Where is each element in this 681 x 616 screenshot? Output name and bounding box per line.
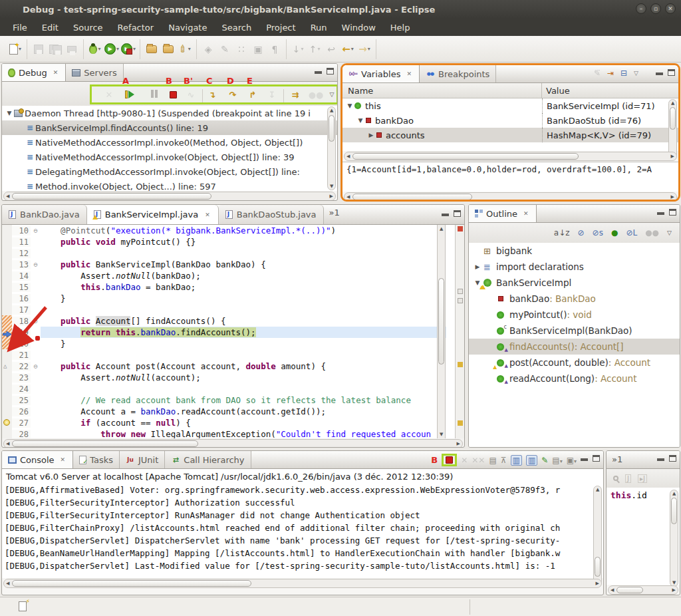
minimize-view-icon[interactable] [581, 458, 588, 461]
minimize-window-icon[interactable]: – [636, 3, 646, 14]
maximize-view-icon[interactable] [669, 455, 676, 462]
editor-tab-bankserviceimpl-java[interactable]: BankServiceImpl.java✕ [87, 205, 219, 224]
disconnect-icon[interactable]: ∿ [184, 88, 198, 100]
show-on-stderr-icon[interactable]: ▥ [526, 455, 537, 466]
use-step-filters-icon[interactable]: ⇉ [288, 88, 303, 100]
tab-servers[interactable]: Servers [66, 64, 123, 81]
execute-icon[interactable]: ▸J [638, 474, 647, 483]
tree-expand-icon[interactable]: ▼ [5, 110, 14, 116]
console-vertical-scrollbar[interactable]: ▲▼ [593, 486, 602, 585]
minimize-view-icon[interactable] [656, 73, 663, 75]
view-menu-chevron-icon[interactable]: ▽ [634, 70, 638, 77]
minimize-view-icon[interactable] [657, 212, 664, 215]
edit-annotation-icon[interactable]: ✎ [217, 41, 232, 57]
outline-extra-icon[interactable]: ●● [645, 228, 659, 237]
variable-row[interactable]: ▼bankDaoBankDaoStub (id=76) [342, 113, 678, 128]
collapse-all-icon[interactable]: ⊟ [620, 69, 627, 78]
show-whitespace-icon[interactable]: ¶ [267, 41, 282, 57]
menu-help[interactable]: Help [383, 19, 418, 36]
drop-to-frame-icon[interactable]: ↧ [265, 88, 279, 100]
scroll-lock-icon[interactable]: ⊼ [501, 456, 507, 465]
minimize-view-icon[interactable] [315, 71, 322, 74]
tab-variables[interactable]: Variables✕ [342, 65, 420, 82]
tab-debug[interactable]: Debug✕ [2, 64, 66, 81]
remove-all-terminated-icon[interactable]: ✕✕ [472, 456, 485, 465]
menu-window[interactable]: Window [335, 19, 383, 36]
back-button[interactable]: ←▾ [340, 41, 355, 57]
outline-item[interactable]: ▶import declarations [469, 259, 680, 275]
fold-collapse-icon[interactable]: ⊖ [31, 317, 41, 325]
inspect-icon[interactable] [613, 476, 618, 481]
close-tab-icon[interactable]: ✕ [204, 211, 211, 219]
maximize-window-icon[interactable]: ▫ [650, 3, 661, 14]
editor-tab-bankdao-java[interactable]: BankDao.java [2, 205, 87, 224]
external-tools-button[interactable]: ▶▾ [121, 41, 136, 57]
maximize-view-icon[interactable] [327, 68, 334, 75]
tab-tasks[interactable]: Tasks [73, 451, 120, 468]
view-menu-chevron-icon[interactable]: ▽ [325, 88, 338, 100]
forward-button[interactable]: →▾ [357, 41, 372, 57]
menu-source[interactable]: Source [66, 19, 110, 36]
remove-launch-icon[interactable]: ✕ [461, 456, 468, 465]
tab-outline[interactable]: Outline✕ [469, 205, 537, 222]
save-all-button[interactable] [48, 41, 63, 57]
variables-horizontal-scrollbar[interactable]: ◀▶ [344, 152, 677, 161]
editor-tab-bankdaostub-java[interactable]: BankDaoStub.java [219, 205, 324, 224]
debug-launch-button[interactable]: ▾ [88, 41, 102, 57]
tree-expand-icon[interactable]: ▶ [473, 263, 482, 270]
search-button[interactable]: ✐▾ [178, 41, 192, 57]
close-tab-icon[interactable]: ✕ [405, 70, 413, 78]
open-type-button[interactable] [144, 41, 159, 57]
open-resource-button[interactable] [161, 41, 176, 57]
close-window-icon[interactable]: ✕ [665, 3, 676, 14]
menu-navigate[interactable]: Navigate [161, 19, 214, 36]
code-editor-area[interactable]: 10⊖ @Pointcut("execution(* bigbank.BankS… [2, 225, 446, 438]
previous-annotation-button[interactable]: ↑▾ [307, 41, 322, 57]
hide-local-types-icon[interactable]: ⊘L [626, 228, 637, 237]
resume-icon[interactable] [122, 88, 137, 100]
tab-breakpoints[interactable]: Breakpoints [420, 65, 496, 82]
display-result-icon[interactable]: J [625, 474, 631, 483]
menu-refactor[interactable]: Refactor [110, 19, 162, 36]
tab-junit[interactable]: JUnit [120, 451, 165, 468]
debug-frame-row[interactable]: ≡Method.invoke(Object, Object...) line: … [2, 179, 337, 191]
debug-extra-icon[interactable]: ●● [309, 88, 323, 100]
outline-item[interactable]: ▲readAccount(Long) : Account [469, 371, 680, 386]
debug-vertical-scrollbar[interactable]: ▲▼ [327, 106, 336, 190]
editor-horizontal-scrollbar[interactable]: ◀▶ [3, 439, 463, 448]
debug-frame-row[interactable]: ≡DelegatingMethodAccessorImpl.invoke(Obj… [2, 164, 337, 179]
display-vertical-scrollbar[interactable]: ▲▼ [670, 490, 678, 587]
tab-console[interactable]: Console✕ [2, 451, 73, 468]
pause-icon[interactable] [147, 88, 162, 100]
outline-item[interactable]: bigbank [469, 243, 680, 259]
clear-console-icon[interactable]: ▤ [489, 456, 496, 465]
editor-overview-ruler[interactable] [455, 225, 464, 438]
run-launch-button[interactable]: ▶▾ [104, 41, 119, 57]
display-selected-console-icon[interactable]: ▤▾ [552, 456, 562, 465]
console-horizontal-scrollbar[interactable]: ◀▶ [3, 579, 602, 588]
next-annotation-button[interactable]: ↓▾ [291, 41, 305, 57]
close-tab-icon[interactable]: ✕ [52, 69, 60, 77]
step-into-icon[interactable]: ↴ [205, 88, 219, 100]
tree-expand-icon[interactable]: ▼ [345, 102, 354, 109]
remove-terminated-icon[interactable]: ✕ [102, 88, 116, 100]
show-logical-structure-icon[interactable]: ⇥ [607, 69, 614, 78]
column-name[interactable]: Name [342, 83, 542, 98]
fold-collapse-icon[interactable]: ⊖ [31, 261, 41, 268]
editor-vertical-scrollbar[interactable]: ▲▼ [437, 225, 446, 438]
variable-row[interactable]: ▶accountsHashMap<K,V> (id=79) [342, 128, 678, 142]
outline-item[interactable]: ▲findAccounts() : Account[] [469, 339, 680, 355]
variable-detail-pane[interactable]: {1=Account[id=1,balance=0.0,holder=rod, … [342, 162, 678, 192]
last-edit-location-button[interactable]: ↩ [324, 41, 339, 57]
variables-vertical-scrollbar[interactable]: ▲▼ [668, 99, 677, 159]
editor-status-icon[interactable] [19, 601, 27, 611]
close-tab-icon[interactable]: ✕ [59, 456, 67, 464]
terminate-icon[interactable] [166, 88, 180, 100]
tree-expand-icon[interactable]: ▶ [366, 132, 376, 138]
maximize-view-icon[interactable] [593, 455, 600, 462]
tab-call-hierarchy[interactable]: Call Hierarchy [165, 451, 251, 468]
public-filter-icon[interactable]: ● [611, 228, 618, 237]
debug-frame-row[interactable]: ▼Daemon Thread [http-9080-1] (Suspended … [2, 106, 337, 120]
minimize-view-icon[interactable] [657, 458, 664, 461]
outline-item[interactable]: myPointcut() : void [469, 307, 680, 323]
